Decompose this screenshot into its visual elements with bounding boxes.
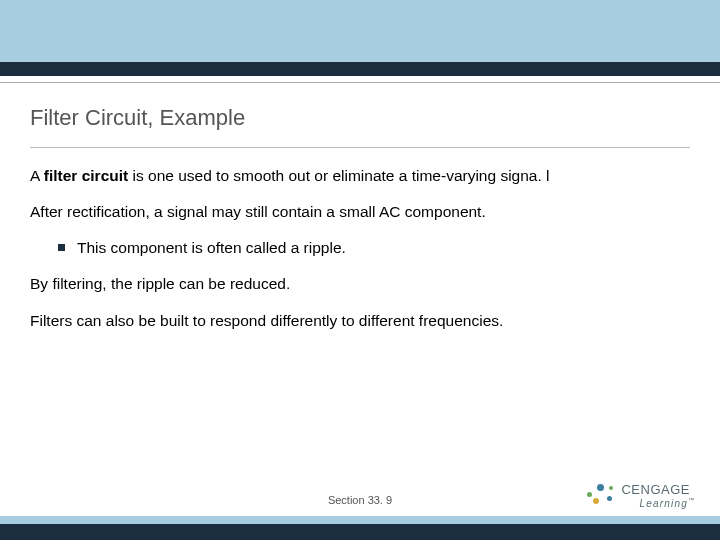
logo-dot-icon xyxy=(609,486,613,490)
square-bullet-icon xyxy=(58,244,65,251)
slide-body: A filter circuit is one used to smooth o… xyxy=(0,148,720,347)
bullet-1-text: This component is often called a ripple. xyxy=(77,238,346,258)
paragraph-1: A filter circuit is one used to smooth o… xyxy=(30,166,690,186)
logo-dot-icon xyxy=(587,492,592,497)
footer: Section 33. 9 CENGAGE Learning™ xyxy=(0,533,720,540)
footer-band-dark xyxy=(0,524,720,540)
slide: Filter Circuit, Example A filter circuit… xyxy=(0,0,720,540)
p1-prefix: A xyxy=(30,167,44,184)
slide-title: Filter Circuit, Example xyxy=(30,105,690,131)
brand-sub: Learning xyxy=(639,498,688,509)
brand-logo-icon xyxy=(587,482,615,510)
logo-dot-icon xyxy=(593,498,599,504)
brand-main: CENGAGE xyxy=(621,483,694,496)
logo-dot-icon xyxy=(607,496,612,501)
paragraph-3: By filtering, the ripple can be reduced. xyxy=(30,274,690,294)
p1-suffix: is one used to smooth out or eliminate a… xyxy=(128,167,549,184)
p1-bold-term: filter circuit xyxy=(44,167,128,184)
brand-logo: CENGAGE Learning™ xyxy=(587,482,694,510)
paragraph-4: Filters can also be built to respond dif… xyxy=(30,311,690,331)
logo-dot-icon xyxy=(597,484,604,491)
trademark-symbol: ™ xyxy=(688,497,694,503)
header-band-light xyxy=(0,0,720,62)
bullet-item-1: This component is often called a ripple. xyxy=(58,238,690,258)
brand-logo-text: CENGAGE Learning™ xyxy=(621,483,694,509)
title-area: Filter Circuit, Example xyxy=(0,83,720,139)
paragraph-2: After rectification, a signal may still … xyxy=(30,202,690,222)
footer-band-light xyxy=(0,516,720,524)
header-band-dark xyxy=(0,62,720,76)
